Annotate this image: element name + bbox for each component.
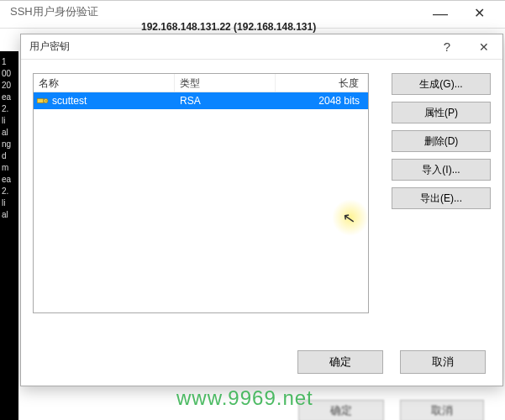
dialog-body: 名称 类型 长度 scuttest RSA 2048 bits 生成(G)... xyxy=(33,73,491,332)
dialog-titlebar[interactable]: 用户密钥 ? ✕ xyxy=(21,34,502,60)
export-button[interactable]: 导出(E)... xyxy=(392,187,491,209)
delete-button[interactable]: 删除(D) xyxy=(392,130,491,152)
cancel-button[interactable]: 取消 xyxy=(400,350,486,374)
generate-button[interactable]: 生成(G)... xyxy=(392,73,491,95)
parent-minimize-icon[interactable]: — xyxy=(421,1,460,26)
column-type[interactable]: 类型 xyxy=(175,74,276,92)
column-length[interactable]: 长度 xyxy=(276,74,368,92)
ssh-auth-ok-button[interactable]: 确定 xyxy=(298,400,384,420)
list-header[interactable]: 名称 类型 长度 xyxy=(34,74,368,92)
svg-rect-0 xyxy=(37,98,44,102)
properties-button[interactable]: 属性(P) xyxy=(392,102,491,123)
remote-host-line: 192.168.148.131.22 (192.168.148.131) xyxy=(141,21,316,33)
table-row[interactable]: scuttest RSA 2048 bits xyxy=(34,92,368,109)
key-icon xyxy=(37,96,49,106)
ssh-auth-cancel-button[interactable]: 取消 xyxy=(400,400,484,420)
user-keys-dialog: 用户密钥 ? ✕ 名称 类型 长度 scuttest RSA xyxy=(20,34,503,386)
parent-close-icon[interactable]: ✕ xyxy=(460,1,498,26)
terminal-gutter: 1 0020 ea 2. lial ng d m ea 2.li al xyxy=(0,51,18,420)
key-length: 2048 bits xyxy=(276,95,368,107)
dialog-footer: 确定 取消 xyxy=(21,350,502,374)
key-type: RSA xyxy=(175,95,276,107)
column-name[interactable]: 名称 xyxy=(34,74,175,92)
help-icon[interactable]: ? xyxy=(429,39,466,54)
svg-point-2 xyxy=(45,100,47,102)
ok-button[interactable]: 确定 xyxy=(297,350,383,374)
close-icon[interactable]: ✕ xyxy=(466,40,502,54)
side-button-stack: 生成(G)... 属性(P) 删除(D) 导入(I)... 导出(E)... xyxy=(392,73,491,209)
key-name: scuttest xyxy=(52,95,87,107)
ssh-auth-title: SSH用户身份验证 xyxy=(10,4,98,19)
key-list[interactable]: 名称 类型 长度 scuttest RSA 2048 bits xyxy=(33,73,369,313)
dialog-title: 用户密钥 xyxy=(29,39,429,54)
import-button[interactable]: 导入(I)... xyxy=(392,159,491,181)
